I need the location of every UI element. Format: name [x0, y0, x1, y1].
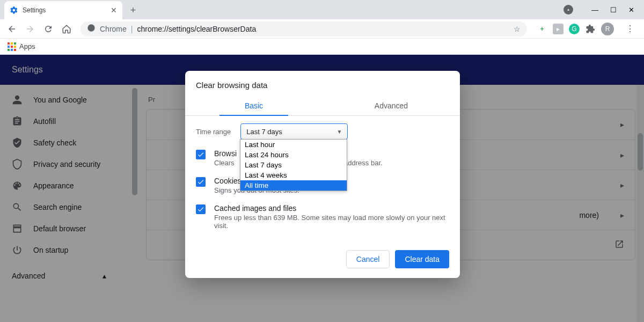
svg-point-0: [87, 24, 94, 31]
dropdown-option[interactable]: Last hour: [240, 140, 347, 150]
item-subtitle: Frees up less than 639 MB. Some sites ma…: [214, 214, 449, 230]
time-range-select[interactable]: Last 7 days ▼: [240, 123, 348, 140]
bookmark-star-icon[interactable]: ☆: [514, 25, 521, 33]
home-button[interactable]: [59, 21, 74, 36]
caret-down-icon: ▼: [336, 129, 342, 135]
time-range-value: Last 7 days: [246, 128, 282, 136]
close-tab-icon[interactable]: ✕: [111, 6, 117, 14]
tab-title: Settings: [23, 6, 46, 14]
minimize-button[interactable]: —: [591, 6, 598, 14]
browser-titlebar: Settings ✕ + — ☐ ✕: [0, 0, 644, 19]
clear-item-cache: Cached images and files Frees up less th…: [196, 204, 449, 230]
extension-icon[interactable]: ▸: [553, 24, 564, 34]
back-button[interactable]: [4, 21, 19, 36]
url-path: chrome://settings/clearBrowserData: [137, 25, 256, 33]
reload-button[interactable]: [41, 21, 56, 36]
profile-badge-icon[interactable]: [564, 5, 573, 14]
time-range-label: Time range: [196, 128, 231, 136]
maximize-button[interactable]: ☐: [610, 6, 617, 14]
extensions-puzzle-icon[interactable]: [585, 24, 596, 34]
apps-icon[interactable]: [8, 42, 16, 51]
profile-avatar[interactable]: R: [601, 23, 614, 35]
apps-label[interactable]: Apps: [19, 42, 35, 50]
cancel-button[interactable]: Cancel: [346, 250, 390, 268]
extension-icon[interactable]: +: [537, 24, 547, 34]
clear-browsing-data-dialog: Clear browsing data Basic Advanced Time …: [185, 71, 460, 278]
checkbox[interactable]: [196, 177, 206, 187]
extension-icons: + ▸ G R: [533, 23, 617, 35]
forward-button[interactable]: [23, 21, 38, 36]
checkbox[interactable]: [196, 204, 206, 214]
grammarly-icon[interactable]: G: [569, 24, 580, 34]
tab-basic[interactable]: Basic: [185, 96, 323, 115]
bookmarks-bar: Apps: [0, 39, 644, 55]
tab-advanced[interactable]: Advanced: [323, 96, 460, 115]
browser-menu-button[interactable]: ⋮: [620, 24, 640, 34]
checkbox[interactable]: [196, 150, 206, 159]
dropdown-option-highlighted[interactable]: All time: [240, 180, 347, 191]
item-title: Cached images and files: [214, 204, 449, 213]
time-range-dropdown: Last hour Last 24 hours Last 7 days Last…: [240, 139, 347, 191]
browser-tab[interactable]: Settings ✕: [4, 1, 122, 19]
url-host: Chrome: [100, 25, 127, 33]
site-info-icon[interactable]: [87, 24, 96, 34]
dialog-tabs: Basic Advanced: [185, 96, 460, 116]
dropdown-option[interactable]: Last 4 weeks: [240, 170, 347, 180]
dropdown-option[interactable]: Last 7 days: [240, 160, 347, 170]
close-window-button[interactable]: ✕: [628, 6, 634, 14]
dropdown-option[interactable]: Last 24 hours: [240, 150, 347, 160]
window-controls: — ☐ ✕: [564, 0, 644, 19]
browser-toolbar: Chrome | chrome://settings/clearBrowserD…: [0, 19, 644, 39]
dialog-title: Clear browsing data: [185, 71, 460, 96]
new-tab-button[interactable]: +: [126, 3, 141, 18]
clear-data-button[interactable]: Clear data: [395, 250, 449, 268]
gear-icon: [10, 6, 18, 14]
address-bar[interactable]: Chrome | chrome://settings/clearBrowserD…: [80, 21, 527, 36]
